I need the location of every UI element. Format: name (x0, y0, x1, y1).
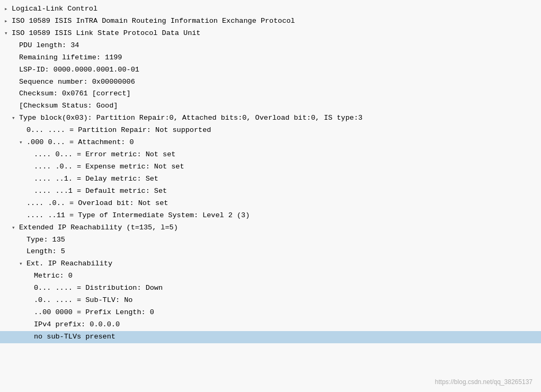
list-item: 0... .... = Distribution: Down (0, 282, 541, 295)
indent-spacer (12, 78, 19, 87)
line-text: Length: 5 (26, 246, 65, 257)
list-item: no sub-TLVs present (0, 331, 541, 343)
list-item: 0... .... = Partition Repair: Not suppor… (0, 124, 541, 137)
indent-spacer (19, 126, 26, 135)
line-text: LSP-ID: 0000.0000.0001.00-01 (19, 65, 139, 76)
line-text: no sub-TLVs present (34, 332, 116, 343)
list-item: Metric: 0 (0, 270, 541, 282)
line-text: Extended IP Reachability (t=135, l=5) (19, 222, 178, 234)
expand-icon[interactable]: ▸ (4, 5, 12, 14)
indent-spacer (26, 320, 34, 329)
line-text: [Checksum Status: Good] (19, 101, 118, 112)
line-text: Type: 135 (26, 235, 65, 246)
indent-spacer (19, 199, 26, 208)
list-item: Type: 135 (0, 234, 541, 246)
list-item: Checksum: 0x0761 [correct] (0, 88, 541, 100)
line-text: ISO 10589 ISIS InTRA Domain Routeing Inf… (12, 16, 295, 27)
indent-spacer (12, 102, 19, 111)
list-item: Remaining lifetime: 1199 (0, 52, 541, 64)
collapse-icon[interactable]: ▾ (19, 138, 26, 147)
line-text: IPv4 prefix: 0.0.0.0 (34, 319, 120, 331)
list-item: .... .0.. = Expense metric: Not set (0, 161, 541, 173)
list-item: .... 0... = Error metric: Not set (0, 149, 541, 161)
list-item: LSP-ID: 0000.0000.0001.00-01 (0, 64, 541, 76)
list-item: .... ...1 = Default metric: Set (0, 185, 541, 198)
line-text: ..00 0000 = Prefix Length: 0 (34, 307, 154, 318)
list-item: ▸ ISO 10589 ISIS InTRA Domain Routeing I… (0, 15, 541, 28)
list-item: [Checksum Status: Good] (0, 100, 541, 112)
list-item: .... ..1. = Delay metric: Set (0, 173, 541, 185)
indent-spacer (19, 236, 26, 245)
indent-spacer (26, 175, 34, 184)
indent-spacer (26, 187, 34, 196)
list-item: Sequence number: 0x00000006 (0, 76, 541, 88)
indent-spacer (26, 272, 34, 281)
indent-spacer (26, 333, 34, 342)
indent-spacer (12, 41, 19, 50)
line-text: PDU length: 34 (19, 40, 79, 51)
line-text: .... .0.. = Overload bit: Not set (26, 198, 168, 209)
indent-spacer (19, 247, 26, 256)
list-item: .0.. .... = Sub-TLV: No (0, 295, 541, 307)
indent-spacer (26, 296, 34, 305)
expand-icon[interactable]: ▸ (4, 17, 12, 26)
list-item: .... .0.. = Overload bit: Not set (0, 198, 541, 210)
watermark: https://blog.csdn.net/qq_38265137 (435, 378, 533, 386)
line-text: Logical-Link Control (12, 4, 97, 15)
list-item: Length: 5 (0, 246, 541, 258)
list-item: .... ..11 = Type of Intermediate System:… (0, 210, 541, 222)
collapse-icon[interactable]: ▾ (12, 114, 19, 123)
line-text: .... ...1 = Default metric: Set (34, 186, 167, 197)
collapse-icon[interactable]: ▾ (19, 260, 26, 269)
list-item: ..00 0000 = Prefix Length: 0 (0, 307, 541, 319)
list-item: ▾ Extended IP Reachability (t=135, l=5) (0, 222, 541, 234)
line-text: .000 0... = Attachment: 0 (26, 137, 134, 148)
line-text: .... .0.. = Expense metric: Not set (34, 162, 184, 173)
line-text: Metric: 0 (34, 271, 73, 282)
line-text: 0... .... = Distribution: Down (34, 283, 163, 294)
line-text: .... ..11 = Type of Intermediate System:… (26, 210, 250, 221)
indent-spacer (26, 150, 34, 159)
list-item: IPv4 prefix: 0.0.0.0 (0, 319, 541, 331)
line-text: Checksum: 0x0761 [correct] (19, 88, 131, 100)
line-text: 0... .... = Partition Repair: Not suppor… (26, 125, 211, 136)
list-item: ▾ .000 0... = Attachment: 0 (0, 137, 541, 149)
collapse-icon[interactable]: ▾ (4, 29, 12, 38)
indent-spacer (26, 308, 34, 317)
list-item: ▾ Ext. IP Reachability (0, 258, 541, 270)
packet-detail-panel: ▸ Logical-Link Control▸ ISO 10589 ISIS I… (0, 0, 541, 392)
list-item: ▾ ISO 10589 ISIS Link State Protocol Dat… (0, 28, 541, 40)
line-text: .... ..1. = Delay metric: Set (34, 174, 158, 185)
list-item: ▾ Type block(0x03): Partition Repair:0, … (0, 112, 541, 124)
indent-spacer (12, 54, 19, 63)
indent-spacer (19, 211, 26, 220)
collapse-icon[interactable]: ▾ (12, 224, 19, 233)
line-text: Type block(0x03): Partition Repair:0, At… (19, 113, 362, 124)
line-text: ISO 10589 ISIS Link State Protocol Data … (12, 28, 200, 39)
line-text: .0.. .... = Sub-TLV: No (34, 295, 132, 306)
line-text: .... 0... = Error metric: Not set (34, 149, 175, 161)
indent-spacer (26, 163, 34, 172)
indent-spacer (12, 66, 19, 75)
list-item: ▸ Logical-Link Control (0, 3, 541, 15)
list-item: PDU length: 34 (0, 40, 541, 52)
line-text: Sequence number: 0x00000006 (19, 77, 135, 88)
indent-spacer (12, 90, 19, 99)
indent-spacer (26, 284, 34, 293)
line-text: Ext. IP Reachability (26, 259, 112, 270)
line-text: Remaining lifetime: 1199 (19, 52, 122, 64)
